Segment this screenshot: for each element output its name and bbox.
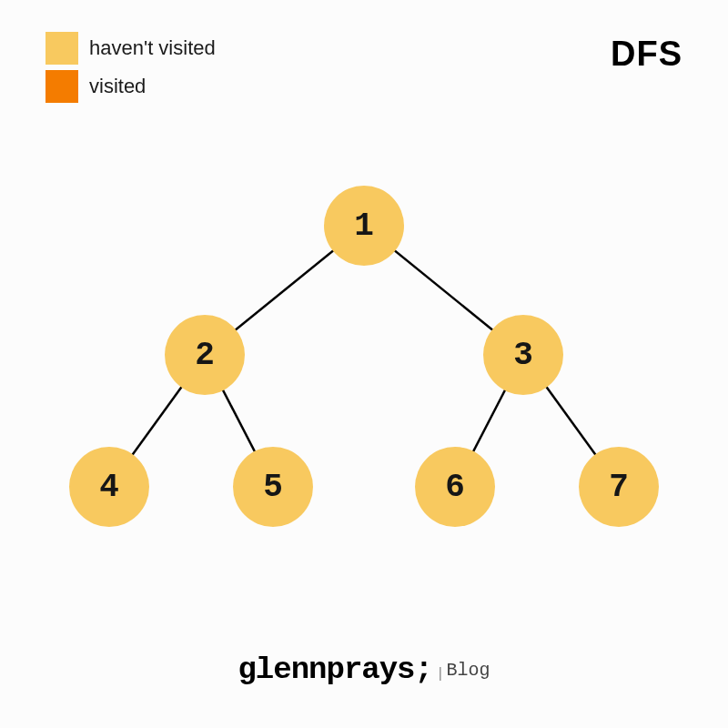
tree-node-6: 6 bbox=[415, 447, 495, 527]
tree-node-3: 3 bbox=[483, 315, 563, 395]
page-title: DFS bbox=[611, 35, 682, 74]
tree-node-4: 4 bbox=[69, 447, 149, 527]
tree-node-5: 5 bbox=[233, 447, 313, 527]
tree-node-1: 1 bbox=[324, 186, 404, 266]
swatch-unvisited-icon bbox=[46, 32, 78, 65]
footer: glennprays;|Blog bbox=[0, 652, 728, 687]
node-label: 3 bbox=[513, 337, 533, 374]
cursor-icon: | bbox=[436, 666, 445, 682]
node-label: 1 bbox=[354, 207, 374, 245]
tree-node-7: 7 bbox=[579, 447, 659, 527]
legend-row-visited: visited bbox=[46, 70, 216, 103]
footer-sub: Blog bbox=[447, 660, 490, 681]
footer-brand: glennprays; bbox=[238, 652, 431, 687]
legend-visited-label: visited bbox=[89, 75, 146, 98]
legend-unvisited-label: haven't visited bbox=[89, 36, 216, 60]
node-label: 4 bbox=[99, 469, 119, 506]
node-label: 5 bbox=[263, 469, 283, 506]
node-label: 2 bbox=[195, 337, 215, 374]
legend: haven't visited visited bbox=[46, 32, 216, 108]
tree-node-2: 2 bbox=[165, 315, 245, 395]
node-label: 7 bbox=[609, 469, 629, 506]
swatch-visited-icon bbox=[46, 70, 78, 103]
legend-row-unvisited: haven't visited bbox=[46, 32, 216, 65]
node-label: 6 bbox=[445, 469, 465, 506]
tree-diagram: 1 2 3 4 5 6 7 bbox=[0, 182, 728, 564]
